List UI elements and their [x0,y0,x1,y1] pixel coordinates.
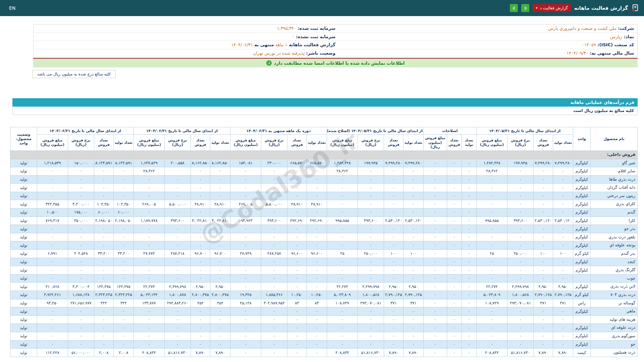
product-name-header: نام محصول [591,127,638,151]
unit-cell [573,315,591,324]
prev-report-button[interactable] [510,4,518,12]
value-cell: ۰ [94,167,113,176]
value-cell: ۰ [553,332,573,340]
value-cell: ۲,۸۰۰,۳۷۵ [210,291,230,299]
value-cell: ۱۰,۵۰۰ [37,208,68,217]
value-cell: ۰ [94,332,113,340]
value-cell: ۰ [133,332,164,340]
value-cell: ۰ [534,208,553,217]
value-cell: ۰ [507,340,534,349]
value-cell: ۲,۷۹۰,۱۲۵ [534,291,553,299]
value-cell: ۰ [230,315,261,324]
value-cell: ۰ [384,200,403,208]
value-cell: ۰ [133,225,164,233]
value-cell: ۰ [210,184,230,192]
value-cell: ۰ [447,208,462,217]
value-cell: ۰ [37,332,68,340]
value-cell: ۰ [476,241,507,250]
value-cell: ۰ [191,175,210,184]
value-cell: ۹۳,۴۵۰ [37,299,68,307]
value-cell: ۲۸,۳۶۲ [133,167,164,176]
value-cell: ۰ [307,184,327,192]
value-cell: ۰ [553,258,573,266]
value-cell: ۸,۱۲۳,۵۹۱ [113,159,133,167]
table-row: گلرنگ بذريکیلوگرم۰۰۰۰۰۰۰۰۰۰۰۰۰۰۰۰۰۰۰۰۰۰۰… [10,266,637,275]
value-cell: ۰ [327,225,358,233]
value-cell: ۱۹۷,۹۴۵ [358,159,384,167]
value-cell: ۰ [507,233,534,241]
value-cell: ۰ [133,208,164,217]
column-header: نرخ فروش (ریال) [507,135,534,151]
table-header: نام محصولواحداز ابتدای سال مالی تا تاریخ… [10,127,637,151]
value-cell: ۱۷۵,۰۰۰ [68,208,94,217]
value-cell: ۳۳,۲۰۰ [113,250,133,258]
value-cell: ۲,۷۹۰,۱۲۵ [384,291,403,299]
value-cell: ۰ [191,266,210,275]
value-cell: ۰ [133,324,164,332]
value-cell: ۲,۳۲۳,۴۲۵ [94,291,113,299]
value-cell: ۰ [447,184,462,192]
product-name-cell: سایر اقلام [591,167,638,176]
column-header: نرخ فروش (ریال) [358,135,384,151]
value-cell: ۰ [358,184,384,192]
value-cell: ۰ [191,315,210,324]
value-cell: ۷,۸۹۰ [403,349,423,357]
value-cell: ۳۹۳,۶۰۰ [261,217,287,225]
value-cell: ۰ [476,340,507,349]
section-label-cell: فروش داخلی: [10,150,637,159]
column-header: مبلغ فروش (میلیون ریال) [327,135,358,151]
unit-cell: کیلو گرم [573,250,591,258]
value-cell: ۰ [403,225,423,233]
value-cell: ۰ [230,349,261,357]
value-cell: ۰ [462,208,476,217]
value-cell: ۰ [507,167,534,176]
value-cell: ۰ [403,208,423,217]
table-row: بذر گندمکیلو گرم۱۰۰۱۰۰۲۵۰,۰۰۰۲۵۰۰۰۱۰۰۱۰۰… [10,250,637,258]
value-cell: ۰ [261,225,287,233]
value-cell [164,167,191,176]
value-cell: ۱۱۲,۴۴۸ [37,349,68,357]
value-cell: ۰ [230,225,261,233]
table-row: چوب۰۰۰۰۰۰۰۰۰۰۰۰۰۰۰۰۰۰۰۰۰۰۰تولید [10,274,637,283]
report-type-dropdown[interactable]: گزارش فعالیت د ▾ [533,4,571,12]
table-row: ذرت همیلتونکیسه۷,۸۹۰۷,۸۹۰۵۱,۸۱۶,۷۳۰۴۰۸,۸… [10,349,637,357]
value-cell: ۰ [327,175,358,184]
value-cell: ۰ [462,200,476,208]
status-cell: تولید [10,332,37,340]
value-cell: ۰ [553,200,573,208]
next-report-button[interactable] [521,4,529,12]
value-cell: ۳۷۱ [553,299,573,307]
units-note-tab: کلیه مبالغ درج شده به میلیون ریال می باش… [32,70,116,78]
value-cell: ۰ [447,250,462,258]
product-name-cell: سورگوم بذري [591,332,638,340]
value-cell: ۰ [447,291,462,299]
value-cell: ۰ [423,250,447,258]
value-cell: ۱,۸۰۰,۸۷۸ [164,291,191,299]
value-cell: ۲,۰۰۸ [94,349,113,357]
value-cell: ۳۷۱ [534,299,553,307]
value-cell: ۰ [534,184,553,192]
value-cell: ۲,۵۳۰,۱۲۰ [553,217,573,225]
value-cell: ۰ [287,307,307,316]
product-name-cell: کنجد [591,258,638,266]
page-title: گزارش فعالیت ماهانه [574,5,628,11]
value-cell: ۴,۹۵۰ [191,283,210,291]
value-cell: ۰ [327,307,358,316]
column-group-header: از ابتدای سال مالی تا تاریخ ۱۴۰۴/۰۵/۳۱ [476,127,573,135]
value-cell: ۰ [423,225,447,233]
value-cell: ۰ [403,192,423,200]
value-cell: ۰ [447,283,462,291]
value-cell: ۰ [307,307,327,316]
value-cell: ۰ [553,241,573,250]
value-cell: ۰ [113,266,133,275]
language-toggle-en[interactable]: EN [9,5,15,11]
value-cell: ۰ [327,315,358,324]
value-cell: ۰ [384,266,403,275]
value-cell: ۹۶,۶۰۰ [307,250,327,258]
value-cell: ۰ [403,233,423,241]
value-cell: ۰ [534,258,553,266]
value-cell: ۰ [164,241,191,250]
value-cell: ۴,۹۵۰ [384,283,403,291]
value-cell: ۰ [261,315,287,324]
column-header: تعداد تولید [553,135,573,151]
